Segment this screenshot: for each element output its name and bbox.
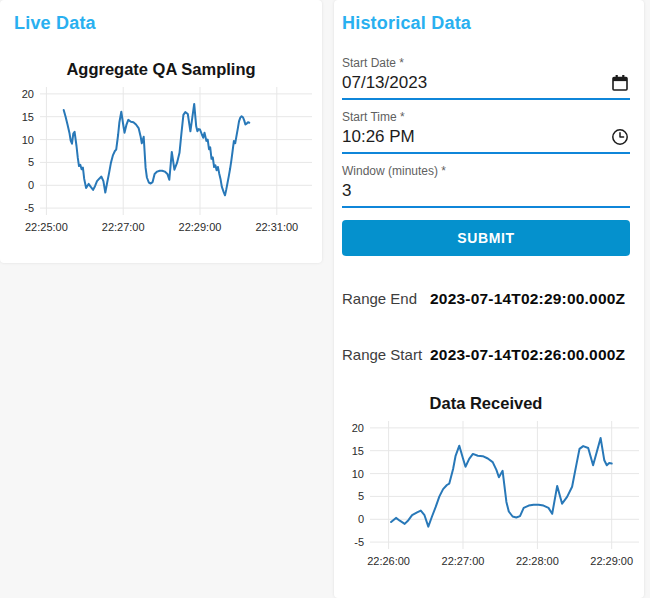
clock-icon[interactable]	[610, 127, 630, 147]
svg-text:15: 15	[352, 445, 364, 457]
range-start-label: Range Start	[342, 346, 430, 363]
live-chart: -50510152022:25:0022:27:0022:29:0022:31:…	[0, 83, 320, 241]
range-start-value: 2023-07-14T02:26:00.000Z	[430, 346, 625, 364]
svg-text:10: 10	[22, 134, 34, 146]
svg-text:0: 0	[28, 179, 34, 191]
svg-text:0: 0	[358, 513, 364, 525]
submit-button[interactable]: SUBMIT	[342, 220, 630, 256]
start-date-input[interactable]	[342, 73, 610, 93]
live-data-heading: Live Data	[14, 12, 322, 34]
historical-chart-block: Data Received -50510152022:26:0022:27:00…	[342, 394, 630, 581]
start-date-label: Start Date *	[342, 56, 630, 70]
svg-text:15: 15	[22, 111, 34, 123]
historical-data-heading: Historical Data	[342, 12, 630, 34]
svg-text:20: 20	[22, 88, 34, 100]
start-time-field: Start Time *	[342, 110, 630, 154]
svg-text:22:28:00: 22:28:00	[516, 555, 559, 567]
start-time-input[interactable]	[342, 127, 610, 147]
svg-text:22:25:00: 22:25:00	[25, 221, 68, 233]
svg-text:22:29:00: 22:29:00	[590, 555, 633, 567]
svg-text:-5: -5	[354, 536, 364, 548]
range-start-row: Range Start 2023-07-14T02:26:00.000Z	[342, 346, 630, 364]
start-date-field: Start Date *	[342, 56, 630, 100]
live-data-panel: Live Data Aggregate QA Sampling -5051015…	[0, 0, 322, 263]
range-end-value: 2023-07-14T02:29:00.000Z	[430, 290, 625, 308]
svg-text:5: 5	[28, 156, 34, 168]
live-chart-block: Aggregate QA Sampling -50510152022:25:00…	[0, 60, 322, 245]
calendar-icon[interactable]	[610, 73, 630, 93]
historical-form: Start Date * Start Time *	[342, 56, 630, 256]
svg-text:22:27:00: 22:27:00	[102, 221, 145, 233]
start-time-label: Start Time *	[342, 110, 630, 124]
live-chart-title: Aggregate QA Sampling	[0, 60, 322, 79]
range-end-label: Range End	[342, 290, 430, 307]
svg-text:-5: -5	[24, 202, 34, 214]
start-time-row	[342, 127, 630, 154]
historical-chart-title: Data Received	[342, 394, 630, 413]
svg-text:22:26:00: 22:26:00	[367, 555, 410, 567]
window-minutes-row	[342, 181, 630, 208]
historical-chart: -50510152022:26:0022:27:0022:28:0022:29:…	[342, 417, 647, 577]
dashboard: Live Data Aggregate QA Sampling -5051015…	[0, 0, 650, 598]
window-minutes-label: Window (minutes) *	[342, 164, 630, 178]
range-end-row: Range End 2023-07-14T02:29:00.000Z	[342, 290, 630, 308]
window-minutes-input[interactable]	[342, 181, 630, 201]
svg-text:22:31:00: 22:31:00	[255, 221, 298, 233]
svg-text:10: 10	[352, 468, 364, 480]
start-date-row	[342, 73, 630, 100]
historical-data-panel: Historical Data Start Date *	[334, 0, 644, 598]
results: Range End 2023-07-14T02:29:00.000Z Range…	[342, 290, 630, 364]
svg-text:22:27:00: 22:27:00	[442, 555, 485, 567]
svg-text:22:29:00: 22:29:00	[179, 221, 222, 233]
svg-text:5: 5	[358, 490, 364, 502]
window-minutes-field: Window (minutes) *	[342, 164, 630, 208]
svg-text:20: 20	[352, 422, 364, 434]
